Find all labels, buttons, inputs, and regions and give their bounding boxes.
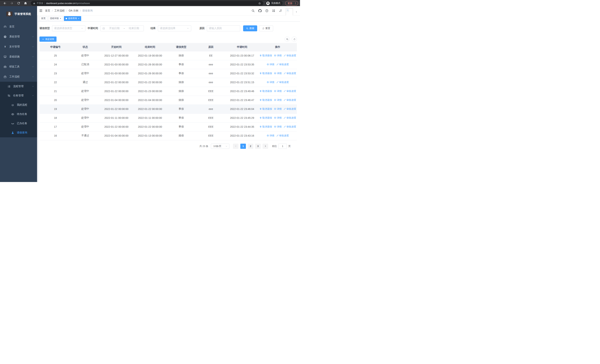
action-detail-link[interactable]: 详情 <box>267 81 274 84</box>
sidebar-item-leave-query[interactable]: 请假查询 <box>0 128 37 137</box>
tab-leave-query[interactable]: 请假查询× <box>64 16 81 21</box>
sidebar-fold-icon[interactable] <box>39 9 43 12</box>
sidebar-item-dev-tools[interactable]: 研发工具 <box>0 62 37 72</box>
page-size-select[interactable]: 10条/页 <box>211 144 229 149</box>
action-cancel-link[interactable]: 取消请假 <box>259 54 272 57</box>
cell-reason: EEE <box>196 113 226 122</box>
user-avatar[interactable] <box>286 8 293 16</box>
sidebar-item-label: 支付管理 <box>9 45 20 48</box>
pager-prev-button[interactable] <box>233 144 238 149</box>
refresh-table-button[interactable] <box>292 37 297 42</box>
cell-status: 处理中 <box>71 104 99 113</box>
browser-reload-icon[interactable] <box>17 1 20 5</box>
tab-home[interactable]: 首页 <box>39 16 47 21</box>
create-leave-label: 发起请假 <box>45 38 54 41</box>
cell-actions: 详情审批进度 <box>259 60 297 69</box>
action-progress-link[interactable]: 审批进度 <box>283 125 296 129</box>
reset-button[interactable]: 重置 <box>259 25 273 31</box>
sidebar-item-label: 我的流程 <box>17 103 27 107</box>
close-icon[interactable]: × <box>78 18 79 20</box>
browser-menu-icon[interactable] <box>294 2 297 5</box>
action-detail-link[interactable]: 详情 <box>274 107 282 111</box>
security-warning-icon[interactable] <box>33 2 35 4</box>
sidebar-item-system[interactable]: 系统管理 <box>0 32 37 42</box>
action-detail-link[interactable]: 详情 <box>267 134 274 137</box>
action-label: 取消请假 <box>262 72 272 75</box>
bookmark-star-icon[interactable] <box>258 2 261 5</box>
action-progress-link[interactable]: 审批进度 <box>283 116 296 120</box>
fullscreen-icon[interactable] <box>272 9 275 12</box>
column-header-leave_type: 请假类型 <box>166 43 196 51</box>
browser-back-icon[interactable] <box>3 1 7 5</box>
sidebar-item-workflow[interactable]: 工作流程 <box>0 72 37 82</box>
action-detail-link[interactable]: 详情 <box>267 63 274 66</box>
breadcrumb-item[interactable]: OA 示例 <box>69 9 78 12</box>
leave-type-select[interactable]: 请选择请假类型 <box>52 25 85 31</box>
sidebar-item-task-mgmt[interactable]: 任务管理 <box>0 91 37 100</box>
eye-closed-icon <box>11 122 14 125</box>
breadcrumb-item[interactable]: 首页 <box>45 9 50 12</box>
result-select[interactable]: 请选择流结果 <box>158 25 191 31</box>
action-cancel-link[interactable]: 取消请假 <box>259 107 272 111</box>
action-progress-link[interactable]: 审批进度 <box>283 107 296 111</box>
search-icon[interactable] <box>252 9 255 12</box>
sidebar-item-process-mgmt[interactable]: 流程管理 <box>0 82 37 91</box>
close-icon[interactable]: × <box>60 18 61 20</box>
logo[interactable]: 芋道管理系统 <box>0 6 37 22</box>
browser-home-icon[interactable] <box>24 1 27 5</box>
breadcrumb-item[interactable]: 工作流程 <box>54 9 65 12</box>
action-progress-link[interactable]: 审批进度 <box>276 134 289 137</box>
goto-page-input[interactable] <box>278 144 287 149</box>
browser-forward-icon[interactable] <box>10 1 14 5</box>
tab-process-detail[interactable]: 流程详情× <box>48 16 63 21</box>
pager-page-2[interactable]: 2 <box>248 144 253 149</box>
edit-icon <box>276 81 279 84</box>
action-cancel-link[interactable]: 取消请假 <box>259 72 272 75</box>
action-progress-link[interactable]: 审批进度 <box>283 98 296 102</box>
action-progress-link[interactable]: 审批进度 <box>283 54 296 57</box>
show-search-button[interactable] <box>285 37 290 42</box>
question-icon[interactable] <box>265 9 269 12</box>
sidebar-item-infrastructure[interactable]: 基础设施 <box>0 52 37 62</box>
action-detail-link[interactable]: 详情 <box>274 125 282 129</box>
action-cancel-link[interactable]: 取消请假 <box>259 90 272 93</box>
action-progress-link[interactable]: 审批进度 <box>283 72 296 75</box>
action-detail-link[interactable]: 详情 <box>274 98 282 102</box>
address-bar[interactable]: 不安全 dashboard.yudao.iocoder.cn/bpm/oa/le… <box>31 1 263 6</box>
create-leave-button[interactable]: 发起请假 <box>39 37 56 42</box>
caret-down-icon[interactable] <box>295 11 297 13</box>
search-button[interactable]: 搜索 <box>243 25 257 31</box>
sidebar-item-label: 工作流程 <box>9 75 20 78</box>
sidebar-item-label: 研发工具 <box>9 65 20 68</box>
action-detail-link[interactable]: 详情 <box>274 116 282 120</box>
incognito-badge: 无痕模式 <box>265 1 282 6</box>
cell-actions: 取消请假详情审批进度 <box>259 113 297 122</box>
action-cancel-link[interactable]: 取消请假 <box>259 116 272 120</box>
github-icon[interactable] <box>258 9 262 12</box>
cell-apply_time: 2022-01-22 23:53:35 <box>226 60 259 69</box>
pager-page-1[interactable]: 1 <box>240 144 246 149</box>
cell-leave_type: 婚假 <box>166 131 196 140</box>
reason-input[interactable]: 请输入原因 <box>207 25 240 31</box>
action-cancel-link[interactable]: 取消请假 <box>259 98 272 102</box>
apply-time-range-picker[interactable]: 开始日期 - 结束日期 <box>100 25 144 31</box>
pager-next-button[interactable] <box>262 144 268 149</box>
sidebar-item-payment[interactable]: ¥支付管理 <box>0 42 37 52</box>
browser-update-button[interactable]: 更新 <box>285 1 298 6</box>
pager-page-3[interactable]: 3 <box>255 144 261 149</box>
sidebar-item-done-tasks[interactable]: 已办任务 <box>0 119 37 128</box>
sidebar-item-home[interactable]: 首页 <box>0 22 37 32</box>
sidebar-item-my-process[interactable]: 我的流程 <box>0 100 37 110</box>
action-progress-link[interactable]: 审批进度 <box>276 63 289 66</box>
action-cancel-link[interactable]: 取消请假 <box>259 125 272 129</box>
action-detail-link[interactable]: 详情 <box>274 90 282 93</box>
sidebar-item-todo-tasks[interactable]: 待办任务 <box>0 110 37 119</box>
action-progress-link[interactable]: 审批进度 <box>283 90 296 93</box>
action-detail-link[interactable]: 详情 <box>274 72 282 75</box>
delete-icon <box>259 99 262 101</box>
action-detail-link[interactable]: 详情 <box>274 54 282 57</box>
fontsize-icon[interactable] <box>279 9 282 12</box>
chevron-down-icon <box>32 36 34 38</box>
action-progress-link[interactable]: 审批进度 <box>276 81 289 84</box>
cell-apply_time: 2022-01-22 23:46:04 <box>226 104 259 113</box>
